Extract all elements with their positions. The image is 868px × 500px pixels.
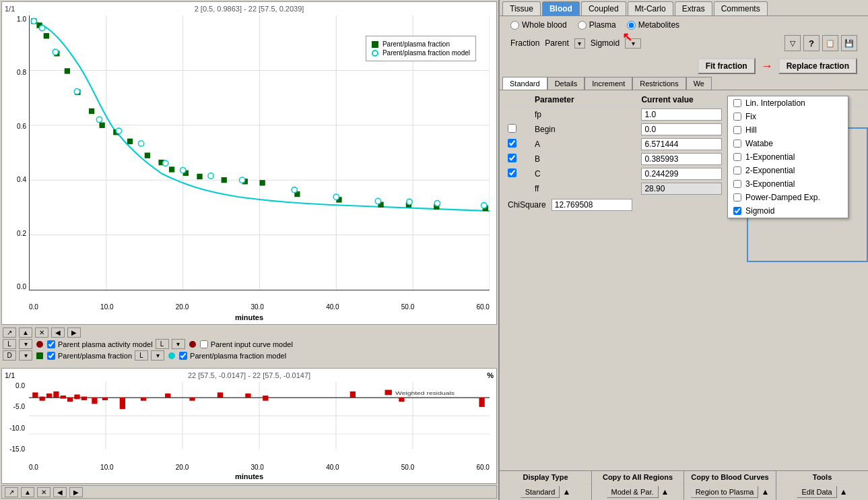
- inner-tab-standard[interactable]: Standard: [502, 77, 547, 90]
- strip-right-btn[interactable]: ▶: [69, 487, 83, 497]
- radio-whole-blood[interactable]: Whole blood: [510, 20, 567, 30]
- inner-tab-restrictions[interactable]: Restrictions: [632, 77, 686, 90]
- replace-fraction-btn[interactable]: Replace fraction: [778, 58, 857, 74]
- model-par-btn[interactable]: Model & Par.: [607, 486, 659, 498]
- check-begin[interactable]: [508, 124, 516, 133]
- standard-display-btn[interactable]: Standard: [521, 486, 560, 498]
- check-1exp[interactable]: [733, 153, 741, 161]
- check-C[interactable]: [508, 168, 516, 177]
- tab-bar: Tissue Blood Coupled Mt-Carlo Extras Com…: [500, 0, 868, 16]
- left-panel: 1/1 2 [0.5, 0.9863] - 22 [57.5, 0.2039] …: [0, 0, 498, 500]
- top-chart: 1/1 2 [0.5, 0.9863] - 22 [57.5, 0.2039] …: [1, 1, 497, 325]
- strip-close-btn[interactable]: ✕: [37, 487, 51, 497]
- scroll-left-btn[interactable]: ◀: [51, 327, 65, 338]
- chart-toolbar: ↗ ▲ ✕ ◀ ▶ L ▾ Parent plasma activity mod…: [0, 326, 498, 367]
- value-ff[interactable]: [641, 183, 722, 195]
- radio-metabolites-input[interactable]: [627, 21, 636, 30]
- question-icon-btn[interactable]: ?: [803, 35, 820, 51]
- check-lin-interp[interactable]: [733, 99, 741, 107]
- scroll-right-btn[interactable]: ▶: [67, 327, 81, 338]
- chisquare-value[interactable]: [552, 199, 632, 211]
- legend-model-label: Parent/plasma fraction model: [382, 49, 470, 57]
- L-btn-3[interactable]: L: [135, 350, 148, 361]
- check-hill[interactable]: [733, 126, 741, 134]
- tab-extras[interactable]: Extras: [675, 1, 712, 15]
- inner-tab-details[interactable]: Details: [547, 77, 585, 90]
- fit-fraction-btn[interactable]: Fit fraction: [698, 58, 756, 74]
- red-arrow-icon: ↙: [622, 30, 632, 45]
- check-watabe[interactable]: [733, 139, 741, 148]
- radio-plasma-input[interactable]: [578, 21, 587, 30]
- tab-tissue[interactable]: Tissue: [502, 1, 541, 15]
- close-btn[interactable]: ✕: [35, 327, 48, 338]
- check-sigmoid[interactable]: [733, 207, 741, 215]
- edit-data-btn[interactable]: Edit Data: [797, 486, 836, 498]
- parent-input-curve-checkbox[interactable]: [200, 340, 208, 348]
- L-btn-1[interactable]: L: [3, 339, 16, 349]
- inner-tab-increment[interactable]: Increment: [585, 77, 632, 90]
- menu-1exp[interactable]: 1-Exponential: [728, 150, 848, 164]
- strip-left-btn[interactable]: ◀: [53, 487, 67, 497]
- save-icon-btn[interactable]: 💾: [841, 35, 857, 51]
- check-B[interactable]: [508, 154, 516, 162]
- menu-hill[interactable]: Hill: [728, 123, 848, 137]
- check-power-damped[interactable]: [733, 193, 741, 201]
- svg-point-43: [208, 173, 213, 179]
- svg-rect-60: [32, 392, 38, 398]
- value-C[interactable]: [641, 168, 722, 180]
- standard-arrow-icon: ▲: [562, 487, 570, 497]
- 2exp-label: 2-Exponential: [745, 166, 795, 175]
- radio-plasma[interactable]: Plasma: [578, 20, 616, 30]
- tab-comments[interactable]: Comments: [714, 1, 768, 15]
- svg-rect-68: [92, 398, 97, 404]
- value-fp[interactable]: [641, 108, 722, 121]
- value-A[interactable]: [641, 138, 722, 150]
- value-B[interactable]: [641, 153, 722, 165]
- tab-coupled[interactable]: Coupled: [581, 1, 626, 15]
- y-axis: 1.0 0.8 0.6 0.4 0.2 0.0: [2, 15, 29, 290]
- filter-icon-btn[interactable]: ▽: [784, 35, 801, 51]
- col-checkbox: [502, 93, 529, 107]
- svg-point-34: [31, 18, 36, 24]
- menu-3exp[interactable]: 3-Exponential: [728, 177, 848, 191]
- strip-zoom-btn[interactable]: ↗: [5, 487, 18, 497]
- plasma-fraction-model-checkbox[interactable]: [179, 352, 187, 360]
- radio-whole-blood-input[interactable]: [510, 21, 519, 30]
- radio-metabolites[interactable]: Metabolites: [627, 20, 679, 30]
- parent-plasma-activity-checkbox[interactable]: [47, 340, 55, 348]
- L-btn-2[interactable]: L: [156, 339, 169, 349]
- D-btn[interactable]: D: [3, 350, 16, 361]
- copy-blood-curves-label: Copy to Blood Curves: [684, 471, 776, 484]
- dropdown-btn-1[interactable]: ▾: [19, 339, 32, 349]
- menu-sigmoid[interactable]: Sigmoid: [728, 204, 848, 218]
- svg-rect-22: [169, 166, 174, 172]
- zoom-btn[interactable]: ↗: [3, 327, 16, 338]
- copy-icon-btn[interactable]: 📋: [822, 35, 838, 51]
- tools-label: Tools: [776, 471, 868, 484]
- legend-item-fraction: Parent/plasma fraction: [372, 40, 470, 48]
- svg-point-37: [74, 89, 79, 94]
- menu-watabe[interactable]: Watabe: [728, 137, 848, 150]
- menu-2exp[interactable]: 2-Exponential: [728, 164, 848, 177]
- menu-fix[interactable]: Fix: [728, 110, 848, 123]
- parent-dropdown-btn[interactable]: ▾: [574, 38, 585, 49]
- dropdown-btn-2[interactable]: ▾: [172, 339, 185, 349]
- tab-mtcarlo[interactable]: Mt-Carlo: [628, 1, 673, 15]
- strip-up-btn[interactable]: ▲: [21, 487, 34, 497]
- inner-tab-we[interactable]: We: [686, 77, 712, 90]
- check-3exp[interactable]: [733, 180, 741, 188]
- dropdown-btn-4[interactable]: ▾: [151, 350, 164, 361]
- up-btn[interactable]: ▲: [19, 327, 32, 338]
- plasma-fraction-checkbox[interactable]: [47, 352, 55, 360]
- check-fix[interactable]: [733, 113, 741, 121]
- check-A[interactable]: [508, 139, 516, 148]
- menu-lin-interp[interactable]: Lin. Interpolation: [728, 96, 848, 110]
- region-to-plasma-btn[interactable]: Region to Plasma: [691, 486, 759, 498]
- check-2exp[interactable]: [733, 166, 741, 175]
- menu-power-damped[interactable]: Power-Damped Exp.: [728, 191, 848, 204]
- radio-whole-blood-label: Whole blood: [522, 20, 567, 30]
- value-begin[interactable]: [641, 123, 722, 135]
- tab-blood[interactable]: Blood: [542, 1, 580, 15]
- dropdown-btn-3[interactable]: ▾: [19, 350, 32, 361]
- region-to-plasma-arrow-icon: ▲: [761, 487, 769, 497]
